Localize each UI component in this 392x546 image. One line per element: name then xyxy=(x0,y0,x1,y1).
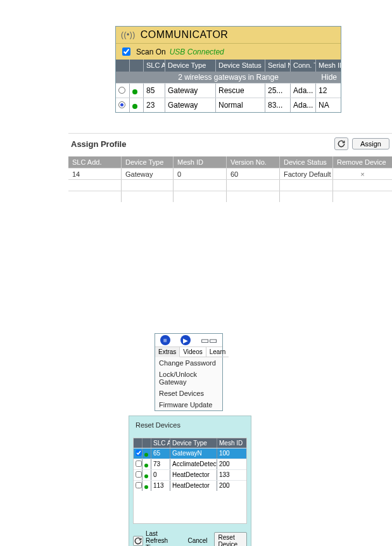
col-stat: Device Status xyxy=(280,156,333,168)
cell-slc: 65 xyxy=(151,448,170,459)
cell-slc: 85 xyxy=(144,84,165,98)
cell-conn: Ada... xyxy=(291,84,316,98)
reset-title: Reset Devices xyxy=(129,416,251,434)
col-ver: Version No. xyxy=(227,156,280,168)
row-checkbox[interactable] xyxy=(136,482,142,488)
assign-toolbar: Assign Profile Assign xyxy=(68,134,392,156)
range-text: 2 wireless gateways in Range xyxy=(178,73,279,82)
col-conn: Conn. Type xyxy=(291,60,316,72)
cell-mesh xyxy=(174,180,227,191)
reset-footer: Last Refresh Time Cancel Reset Device xyxy=(129,528,251,546)
reset-devices-panel: Reset Devices SLC Add. Device Type Mesh … xyxy=(129,416,251,546)
cell-stat xyxy=(280,191,333,202)
cell-ver xyxy=(227,191,280,202)
table-row[interactable]: 14Gateway060Factory Default× xyxy=(68,168,392,179)
status-dot-icon xyxy=(132,104,137,109)
refresh-icon xyxy=(134,536,142,545)
cell-dtype: HeatDetector xyxy=(170,470,217,480)
cell-mesh xyxy=(174,191,227,202)
cell-dtype: Gateway xyxy=(122,168,174,179)
col-slc: SLC Add. xyxy=(144,60,165,72)
cell-mesh: 133 xyxy=(217,470,246,480)
table-row[interactable]: 113HeatDetector200 xyxy=(134,480,246,491)
tab-extras[interactable]: Extras xyxy=(155,347,180,357)
row-checkbox[interactable] xyxy=(136,471,142,478)
assign-profile-panel: Assign Profile Assign SLC Add. Device Ty… xyxy=(68,133,392,202)
col-dtype: Device Type xyxy=(165,60,216,72)
cell-stat xyxy=(280,180,333,191)
col-mesh: Mesh ID xyxy=(316,60,341,72)
extras-item[interactable]: Lock/Unlock Gateway xyxy=(155,369,222,388)
cell-stat: Factory Default xyxy=(280,168,333,179)
col-dtype: Device Type xyxy=(170,438,217,448)
cell-dtype: Gateway xyxy=(165,98,216,112)
remove-device-button[interactable]: × xyxy=(333,168,392,179)
communicator-panel: ((•)) COMMUNICATOR Scan On USB Connected… xyxy=(115,26,341,113)
communicator-title: COMMUNICATOR xyxy=(141,29,229,41)
table-row[interactable]: 0HeatDetector133 xyxy=(134,469,246,480)
hide-link[interactable]: Hide xyxy=(321,73,337,82)
cell-slc xyxy=(68,180,122,191)
cell-dtype: AcclimateDetector xyxy=(170,459,217,469)
status-dot-icon xyxy=(144,474,148,478)
cell-dtype xyxy=(122,191,174,202)
refresh-icon xyxy=(337,139,346,148)
cell-slc: 73 xyxy=(151,459,170,469)
col-slc: SLC Add. xyxy=(68,156,122,168)
radio-select[interactable] xyxy=(118,87,125,94)
wireless-icon: ((•)) xyxy=(121,30,136,39)
cell-dtype: Gateway xyxy=(165,84,216,98)
cell-mesh: 12 xyxy=(316,84,341,98)
refresh-button[interactable] xyxy=(334,137,348,150)
status-dot-icon xyxy=(132,89,137,94)
extras-menu: ≡ ▶ ▭▭ Extras Videos Learn Change Passwo… xyxy=(155,333,223,411)
table-row[interactable] xyxy=(68,179,392,191)
reset-device-button[interactable]: Reset Device xyxy=(214,532,247,547)
row-checkbox[interactable] xyxy=(136,460,142,467)
cell-slc: 23 xyxy=(144,98,165,112)
play-icon[interactable]: ▶ xyxy=(180,335,191,345)
cell-conn: Ada... xyxy=(291,98,316,112)
col-slc: SLC Add. xyxy=(151,438,170,448)
cell-dstat: Rescue xyxy=(216,84,265,98)
col-rem: Remove Device xyxy=(333,156,392,168)
table-row[interactable]: 73AcclimateDetector200 xyxy=(134,459,246,469)
extras-item[interactable]: Reset Devices xyxy=(155,388,222,399)
book-icon[interactable]: ▭▭ xyxy=(201,335,217,345)
cell-serial: 83... xyxy=(265,98,291,112)
radio-select[interactable] xyxy=(118,101,125,108)
extras-item[interactable]: Change Password xyxy=(155,357,222,369)
scan-row: Scan On USB Connected xyxy=(116,44,341,60)
assign-button[interactable]: Assign xyxy=(352,138,389,149)
table-row[interactable]: 65GatewayN100 xyxy=(134,448,246,459)
reset-table-header: SLC Add. Device Type Mesh ID xyxy=(134,438,246,448)
scan-label: Scan On xyxy=(136,48,166,56)
cell-slc: 0 xyxy=(151,470,170,480)
row-checkbox[interactable] xyxy=(136,450,142,456)
cancel-button[interactable]: Cancel xyxy=(184,536,211,545)
assign-table-header: SLC Add. Device Type Mesh ID Version No.… xyxy=(68,156,392,168)
col-mesh: Mesh ID xyxy=(174,156,227,168)
assign-title: Assign Profile xyxy=(71,139,126,149)
refresh-button[interactable] xyxy=(133,536,143,546)
cell-mesh: 100 xyxy=(217,448,246,459)
reset-table: SLC Add. Device Type Mesh ID 65GatewayN1… xyxy=(133,438,247,524)
tab-videos[interactable]: Videos xyxy=(180,347,206,357)
menu-icon[interactable]: ≡ xyxy=(160,335,170,345)
scan-checkbox[interactable] xyxy=(122,48,130,56)
cell-mesh: NA xyxy=(316,98,341,112)
table-row[interactable] xyxy=(68,191,392,202)
cell-serial: 25... xyxy=(265,84,291,98)
extras-item[interactable]: Firmware Update xyxy=(155,399,222,410)
table-row[interactable]: 85GatewayRescue25...Ada...12 xyxy=(116,83,341,98)
col-dtype: Device Type xyxy=(122,156,174,168)
tab-learn[interactable]: Learn xyxy=(206,347,229,357)
cell-dstat: Normal xyxy=(216,98,265,112)
cell-mesh: 0 xyxy=(174,168,227,179)
cell-dtype: HeatDetector xyxy=(170,481,217,491)
cell-slc xyxy=(68,191,122,202)
table-row[interactable]: 23GatewayNormal83...Ada...NA xyxy=(116,98,341,112)
cell-dtype: GatewayN xyxy=(170,448,217,459)
col-mesh: Mesh ID xyxy=(217,438,246,448)
cell-slc: 14 xyxy=(68,168,122,179)
